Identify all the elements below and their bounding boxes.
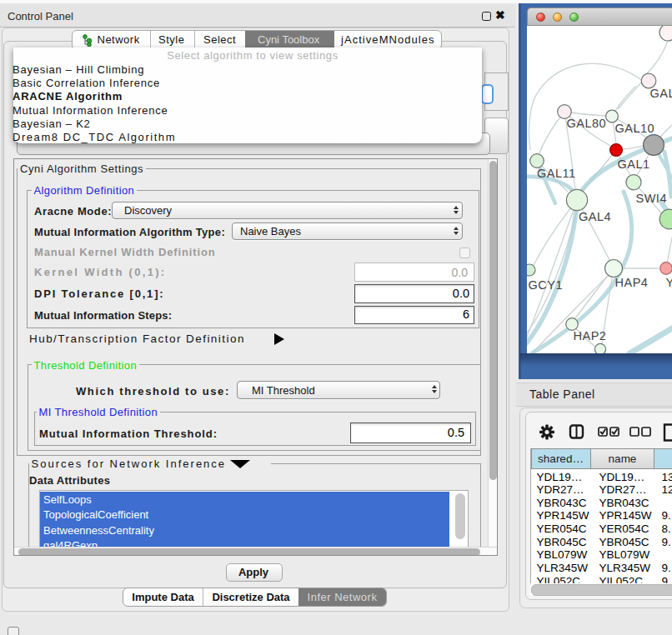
svg-text:Y: Y (666, 276, 672, 289)
svg-text:GAL11: GAL11 (537, 167, 576, 180)
svg-text:GAL1: GAL1 (618, 158, 650, 171)
svg-text:GAL7: GAL7 (650, 87, 672, 100)
svg-text:HAP2: HAP2 (574, 329, 607, 342)
svg-text:GAL80: GAL80 (567, 117, 607, 130)
svg-text:SWI4: SWI4 (636, 192, 667, 205)
svg-text:GAL4: GAL4 (579, 210, 611, 223)
svg-text:GCY1: GCY1 (529, 278, 564, 292)
svg-text:GAL10: GAL10 (615, 122, 655, 135)
svg-text:HAP4: HAP4 (615, 276, 649, 289)
